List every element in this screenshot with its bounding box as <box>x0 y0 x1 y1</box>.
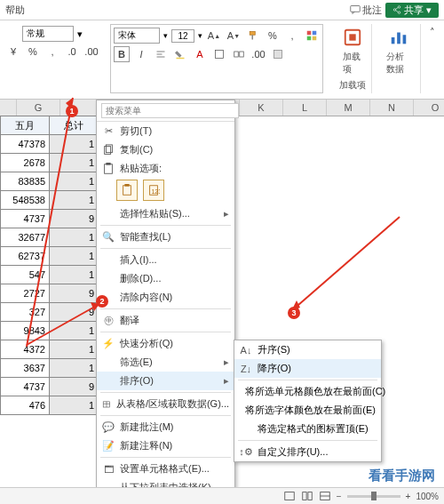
submenu-cellcolor[interactable]: 将所选单元格颜色放在最前面(C) <box>234 382 381 401</box>
worksheet[interactable]: G K L M N O 五月 总计 4737812678183835154853… <box>0 100 444 497</box>
cell[interactable]: 476 <box>1 396 50 415</box>
italic-icon[interactable]: I <box>133 46 149 62</box>
menu-delete[interactable]: 删除(D)... <box>97 269 234 288</box>
decimal-icon[interactable]: .00 <box>250 46 266 62</box>
cell[interactable]: 1 <box>50 191 99 210</box>
cell[interactable]: 1 <box>50 266 99 284</box>
col-header[interactable]: O <box>414 100 444 116</box>
decrease-decimal-icon[interactable]: .00 <box>83 44 99 60</box>
merge-icon[interactable] <box>231 46 247 62</box>
menu-paste-special[interactable]: 选择性粘贴(S)... ▸ <box>97 204 234 223</box>
cell[interactable]: 4372 <box>1 340 50 359</box>
menu-sort[interactable]: 排序(O) ▸ <box>97 372 234 390</box>
header-cell[interactable]: 五月 <box>1 116 50 135</box>
menu-new-note[interactable]: 📝 新建注释(N) <box>97 436 234 455</box>
addins-button[interactable]: 加载项 <box>339 26 366 77</box>
border-icon[interactable] <box>211 46 227 62</box>
cell[interactable]: 9 <box>50 210 99 228</box>
cell[interactable]: 62737 <box>1 247 50 266</box>
format-painter-icon[interactable] <box>245 28 261 44</box>
col-header[interactable]: G <box>17 100 60 116</box>
format-icon[interactable] <box>270 46 286 62</box>
comma-icon[interactable]: , <box>284 28 300 44</box>
header-cell[interactable]: 总计 <box>50 116 99 135</box>
cell[interactable]: 83835 <box>1 172 50 191</box>
font-size-select[interactable]: 12 <box>171 29 194 43</box>
col-header[interactable]: K <box>240 100 283 116</box>
percent-icon[interactable]: % <box>25 44 41 60</box>
cell[interactable]: 1 <box>50 135 99 154</box>
cell[interactable]: 1 <box>50 172 99 191</box>
cell[interactable]: 9 <box>50 378 99 396</box>
cell[interactable]: 1 <box>50 340 99 359</box>
cell[interactable]: 1 <box>50 154 99 172</box>
cell[interactable]: 9843 <box>1 322 50 340</box>
menu-filter[interactable]: 筛选(E) ▸ <box>97 353 234 372</box>
data-grid[interactable]: 五月 总计 4737812678183835154853814737932677… <box>0 116 99 415</box>
cell[interactable]: 1 <box>50 228 99 247</box>
cell[interactable]: 9 <box>50 303 99 322</box>
percent-icon[interactable]: % <box>265 28 281 44</box>
cell[interactable]: 1 <box>50 247 99 266</box>
cell[interactable]: 2678 <box>1 154 50 172</box>
zoom-out-icon[interactable]: − <box>337 492 342 501</box>
cell[interactable]: 1 <box>50 359 99 378</box>
help-menu[interactable]: 帮助 <box>5 4 350 17</box>
font-color-icon[interactable]: A <box>192 46 208 62</box>
share-button[interactable]: 共享 ▾ <box>385 3 439 18</box>
menu-copy[interactable]: 复制(C) <box>97 140 234 159</box>
number-format-select[interactable]: 常规 <box>22 26 74 42</box>
bold-icon[interactable]: B <box>114 46 130 62</box>
cell[interactable]: 547 <box>1 266 50 284</box>
menu-search[interactable] <box>97 100 234 122</box>
view-layout-icon[interactable] <box>301 490 313 502</box>
cell[interactable]: 3637 <box>1 359 50 378</box>
fill-color-icon[interactable] <box>172 46 188 62</box>
menu-format-cells[interactable]: 🗔 设置单元格格式(E)... <box>97 460 234 478</box>
view-pagebreak-icon[interactable] <box>319 490 331 502</box>
menu-translate[interactable]: ㊥ 翻译 <box>97 311 234 330</box>
menu-clear[interactable]: 清除内容(N) <box>97 288 234 307</box>
paste-option-normal[interactable] <box>116 180 138 201</box>
col-header[interactable]: N <box>370 100 414 116</box>
conditional-format-icon[interactable] <box>304 28 320 44</box>
analyze-button[interactable]: 分析数据 <box>383 26 415 77</box>
decrease-font-icon[interactable]: A▼ <box>226 28 242 44</box>
cell[interactable]: 327 <box>1 303 50 322</box>
cell[interactable]: 4737 <box>1 210 50 228</box>
cell[interactable]: 2727 <box>1 284 50 303</box>
increase-font-icon[interactable]: A▲ <box>206 28 222 44</box>
cell[interactable]: 1 <box>50 322 99 340</box>
cell[interactable]: 1 <box>50 396 99 415</box>
menu-insert[interactable]: 插入(I)... <box>97 251 234 269</box>
align-icon[interactable] <box>153 46 169 62</box>
comments-button[interactable]: 批注 <box>350 4 382 17</box>
menu-get-data[interactable]: 从表格/区域获取数据(G)... <box>97 395 234 413</box>
menu-smart-lookup[interactable]: 🔍 智能查找(L) <box>97 228 234 246</box>
zoom-slider[interactable] <box>347 495 400 498</box>
view-normal-icon[interactable] <box>283 490 296 502</box>
cell[interactable]: 47378 <box>1 135 50 154</box>
menu-search-input[interactable] <box>101 103 239 118</box>
cell[interactable]: 32677 <box>1 228 50 247</box>
font-name-select[interactable]: 宋体 <box>114 28 160 44</box>
col-header[interactable]: M <box>327 100 370 116</box>
submenu-asc[interactable]: A↓ 升序(S) <box>234 340 381 359</box>
chevron-down-icon[interactable]: ▾ <box>77 28 83 40</box>
currency-icon[interactable]: ¥ <box>5 44 21 60</box>
zoom-in-icon[interactable]: + <box>406 492 411 501</box>
chevron-down-icon[interactable]: ▾ <box>163 31 168 40</box>
increase-decimal-icon[interactable]: .0 <box>64 44 80 60</box>
col-header[interactable]: L <box>283 100 327 116</box>
cell[interactable]: 9 <box>50 284 99 303</box>
chevron-down-icon[interactable]: ▾ <box>198 31 202 40</box>
cell[interactable]: 4737 <box>1 378 50 396</box>
menu-new-comment[interactable]: 💬 新建批注(M) <box>97 418 234 436</box>
paste-option-values[interactable]: 123 <box>143 180 164 201</box>
submenu-desc[interactable]: Z↓ 降序(O) <box>234 359 381 378</box>
submenu-custom-sort[interactable]: ↕⚙ 自定义排序(U)... <box>234 443 381 461</box>
menu-cut[interactable]: ✂ 剪切(T) <box>97 122 234 140</box>
zoom-level[interactable]: 100% <box>416 492 439 501</box>
submenu-fontcolor[interactable]: 将所选字体颜色放在最前面(E) <box>234 401 381 420</box>
ribbon-collapse-icon[interactable]: ˄ <box>426 24 439 40</box>
